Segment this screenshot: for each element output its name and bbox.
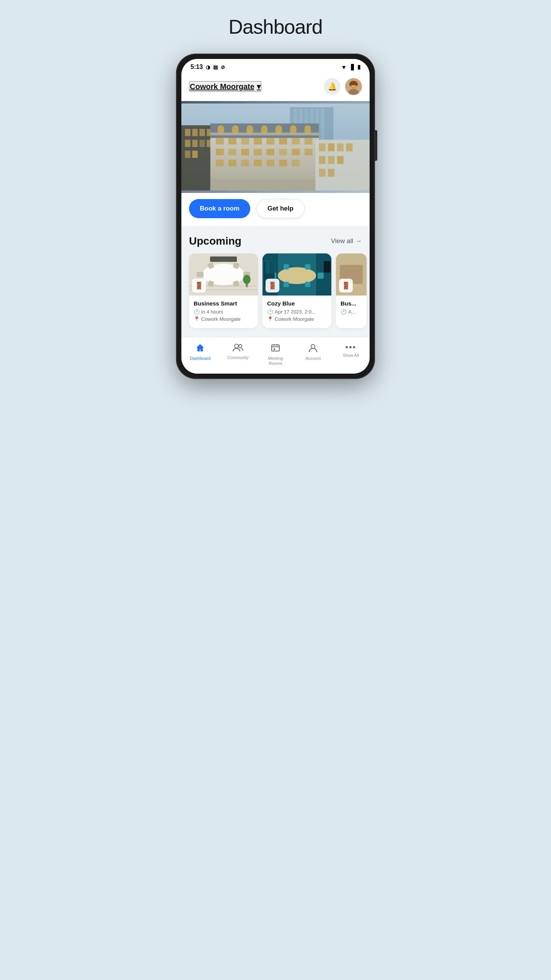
nav-community[interactable]: Community <box>225 343 251 366</box>
card-name-3: Bus... <box>341 300 362 307</box>
svg-rect-100 <box>305 282 310 287</box>
dropdown-chevron: ▾ <box>257 82 261 91</box>
status-icon-2: ▤ <box>213 64 218 70</box>
pin-icon-1: 📍 <box>194 316 200 322</box>
nav-dashboard-label: Dashboard <box>190 356 210 361</box>
phone-frame: 5:13 ◑ ▤ ⊘ ▼ ▐▌ ▮ Cowork Moorgate ▾ 🔔 <box>176 54 375 379</box>
status-time: 5:13 <box>191 64 203 70</box>
nav-account-label: Account <box>305 356 321 361</box>
card-business-smart[interactable]: 🚪 Business Smart 🕐 in 4 hours 📍 Cowork M… <box>189 253 258 328</box>
svg-rect-98 <box>305 264 310 270</box>
page-title: Dashboard <box>228 15 322 38</box>
card-bus3[interactable]: 🚪 Bus... 🕐 A... <box>336 253 367 328</box>
cta-bar: Book a room Get help <box>181 193 370 226</box>
card-cozy-blue[interactable]: 🚪 Cozy Blue 🕐 Apr 17 2023, 2:0... 📍 Cowo… <box>262 253 331 328</box>
signal-icon: ▐▌ <box>349 64 355 70</box>
card-image-business: 🚪 <box>189 253 258 296</box>
svg-point-6 <box>355 82 358 86</box>
avatar-image <box>345 78 362 95</box>
book-room-button[interactable]: Book a room <box>189 199 250 218</box>
card-image-bus3: 🚪 <box>336 253 367 296</box>
nav-dashboard[interactable]: Dashboard <box>187 343 214 366</box>
nav-account[interactable]: Account <box>300 343 326 366</box>
svg-rect-101 <box>324 261 331 273</box>
card-name-1: Business Smart <box>194 300 253 307</box>
wifi-icon: ▼ <box>341 64 347 70</box>
phone-screen: 5:13 ◑ ▤ ⊘ ▼ ▐▌ ▮ Cowork Moorgate ▾ 🔔 <box>181 59 370 374</box>
card-time-3: 🕐 A... <box>341 309 362 315</box>
card-body-2: Cozy Blue 🕐 Apr 17 2023, 2:0... 📍 Cowork… <box>262 296 331 328</box>
view-all-label: View all <box>331 237 353 245</box>
show-all-icon: ••• <box>345 343 356 351</box>
nav-community-label: Community <box>227 355 249 360</box>
nav-icons: 🔔 <box>324 78 362 95</box>
upcoming-title: Upcoming <box>189 235 241 247</box>
pin-icon-2: 📍 <box>267 316 273 322</box>
card-body-1: Business Smart 🕐 in 4 hours 📍 Cowork Moo… <box>189 296 258 328</box>
bottom-nav: Dashboard Community <box>181 337 370 374</box>
svg-rect-103 <box>266 262 270 273</box>
svg-rect-77 <box>181 103 370 190</box>
meeting-rooms-icon <box>271 343 280 354</box>
nav-show-all-label: Show All <box>343 353 359 358</box>
account-icon <box>308 343 318 354</box>
svg-rect-104 <box>271 262 274 273</box>
svg-rect-109 <box>272 345 279 351</box>
upcoming-cards-row: 🚪 Business Smart 🕐 in 4 hours 📍 Cowork M… <box>181 253 370 337</box>
svg-point-87 <box>243 275 251 284</box>
svg-point-94 <box>278 267 316 284</box>
clock-icon-1: 🕐 <box>194 309 200 315</box>
card-location-2: 📍 Cowork Moorgate <box>267 316 327 322</box>
room-icon-1: 🚪 <box>192 279 206 292</box>
clock-icon-3: 🕐 <box>341 309 347 315</box>
svg-point-114 <box>311 345 315 348</box>
svg-point-108 <box>239 345 242 348</box>
room-icon-2: 🚪 <box>266 279 279 292</box>
location-selector[interactable]: Cowork Moorgate ▾ <box>189 81 261 92</box>
bell-icon: 🔔 <box>328 82 337 91</box>
status-bar: 5:13 ◑ ▤ ⊘ ▼ ▐▌ ▮ <box>181 59 370 74</box>
card-time-1: 🕐 in 4 hours <box>194 309 253 315</box>
get-help-button[interactable]: Get help <box>256 199 305 218</box>
svg-point-5 <box>349 82 352 86</box>
svg-rect-80 <box>197 272 204 277</box>
community-icon <box>233 343 243 354</box>
card-image-cozy: 🚪 <box>262 253 331 296</box>
card-location-1: 📍 Cowork Moorgate <box>194 316 253 322</box>
status-icon-3: ⊘ <box>221 64 225 70</box>
clock-icon-2: 🕐 <box>267 309 273 315</box>
upcoming-header: Upcoming View all → <box>181 226 370 253</box>
svg-rect-96 <box>318 273 324 279</box>
svg-rect-88 <box>210 256 237 262</box>
view-all-button[interactable]: View all → <box>331 237 362 245</box>
location-name: Cowork Moorgate <box>190 82 254 91</box>
battery-icon: ▮ <box>357 64 360 70</box>
view-all-arrow: → <box>355 237 362 245</box>
svg-rect-99 <box>284 282 289 287</box>
nav-show-all[interactable]: ••• Show All <box>337 343 364 366</box>
card-time-2: 🕐 Apr 17 2023, 2:0... <box>267 309 327 315</box>
status-left: 5:13 ◑ ▤ ⊘ <box>191 64 225 70</box>
avatar[interactable] <box>345 78 362 95</box>
svg-rect-97 <box>284 264 289 270</box>
card-name-2: Cozy Blue <box>267 300 327 307</box>
room-icon-3: 🚪 <box>339 279 353 292</box>
status-icon-1: ◑ <box>206 64 210 70</box>
dashboard-icon <box>195 343 205 354</box>
nav-meeting-rooms[interactable]: Meeting Rooms <box>262 343 289 366</box>
top-nav: Cowork Moorgate ▾ 🔔 <box>181 74 370 101</box>
svg-point-107 <box>235 344 238 348</box>
building-illustration <box>181 101 370 193</box>
nav-meeting-rooms-label: Meeting Rooms <box>268 356 283 366</box>
status-right: ▼ ▐▌ ▮ <box>341 64 360 70</box>
svg-rect-113 <box>274 348 275 350</box>
card-body-3: Bus... 🕐 A... <box>336 296 367 321</box>
notification-bell-button[interactable]: 🔔 <box>324 78 341 95</box>
hero-image <box>181 101 370 193</box>
